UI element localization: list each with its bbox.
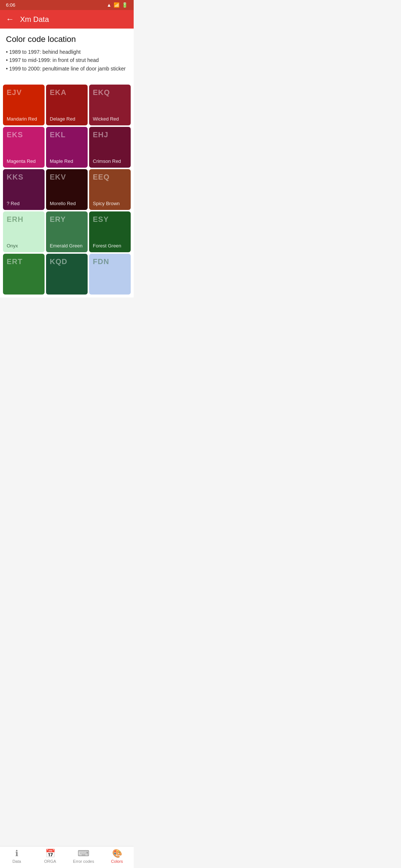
- color-name: Wicked Red: [93, 116, 127, 122]
- color-card[interactable]: EEQ Spicy Brown: [89, 169, 131, 210]
- color-name: Delage Red: [50, 116, 84, 122]
- page-description: • 1989 to 1997: behind headlight • 1997 …: [6, 48, 128, 73]
- color-name: Magenta Red: [7, 158, 41, 164]
- color-card[interactable]: EKL Maple Red: [46, 127, 88, 168]
- color-card[interactable]: EHJ Crimson Red: [89, 127, 131, 168]
- color-name: Forest Green: [93, 243, 127, 249]
- color-code: EKL: [50, 131, 84, 139]
- color-code: EHJ: [93, 131, 127, 139]
- color-name: ? Red: [7, 201, 41, 206]
- color-name: Maple Red: [50, 158, 84, 164]
- color-card[interactable]: KQD: [46, 254, 88, 295]
- battery-icon: 🔋: [122, 2, 128, 8]
- color-name: Mandarin Red: [7, 116, 41, 122]
- color-code: ERT: [7, 257, 41, 266]
- signal-icon: ▲: [107, 2, 111, 8]
- color-code: EKA: [50, 88, 84, 97]
- color-code: KQD: [50, 257, 84, 266]
- color-card[interactable]: EKV Morello Red: [46, 169, 88, 210]
- color-name: Emerald Green: [50, 243, 84, 249]
- color-card[interactable]: EKS Magenta Red: [3, 127, 45, 168]
- color-code: KKS: [7, 173, 41, 181]
- color-card[interactable]: FDN: [89, 254, 131, 295]
- color-card[interactable]: EKA Delage Red: [46, 85, 88, 125]
- wifi-icon: 📶: [114, 2, 120, 8]
- color-card[interactable]: ERH Onyx: [3, 211, 45, 252]
- color-code: EKQ: [93, 88, 127, 97]
- color-code: EJV: [7, 88, 41, 97]
- color-code: EKS: [7, 131, 41, 139]
- color-code: ERH: [7, 215, 41, 224]
- color-code: ERY: [50, 215, 84, 224]
- color-name: Onyx: [7, 243, 41, 249]
- color-card[interactable]: ERT: [3, 254, 45, 295]
- status-bar: 6:06 ▲ 📶 🔋: [0, 0, 134, 10]
- color-code: FDN: [93, 257, 127, 266]
- color-name: Spicy Brown: [93, 201, 127, 206]
- color-card[interactable]: ESY Forest Green: [89, 211, 131, 252]
- color-code: ESY: [93, 215, 127, 224]
- app-bar: ← Xm Data: [0, 10, 134, 29]
- app-title: Xm Data: [20, 15, 49, 24]
- page-title: Color code location: [6, 34, 128, 44]
- color-card[interactable]: ERY Emerald Green: [46, 211, 88, 252]
- color-card[interactable]: EJV Mandarin Red: [3, 85, 45, 125]
- color-code: EKV: [50, 173, 84, 181]
- color-card[interactable]: KKS ? Red: [3, 169, 45, 210]
- status-icons: ▲ 📶 🔋: [107, 2, 128, 8]
- color-code: EEQ: [93, 173, 127, 181]
- color-name: Crimson Red: [93, 158, 127, 164]
- back-button[interactable]: ←: [6, 14, 14, 24]
- status-time: 6:06: [6, 2, 15, 8]
- color-name: Morello Red: [50, 201, 84, 206]
- content-area: Color code location • 1989 to 1997: behi…: [0, 29, 134, 85]
- color-grid: EJV Mandarin Red EKA Delage Red EKQ Wick…: [0, 85, 134, 297]
- color-card[interactable]: EKQ Wicked Red: [89, 85, 131, 125]
